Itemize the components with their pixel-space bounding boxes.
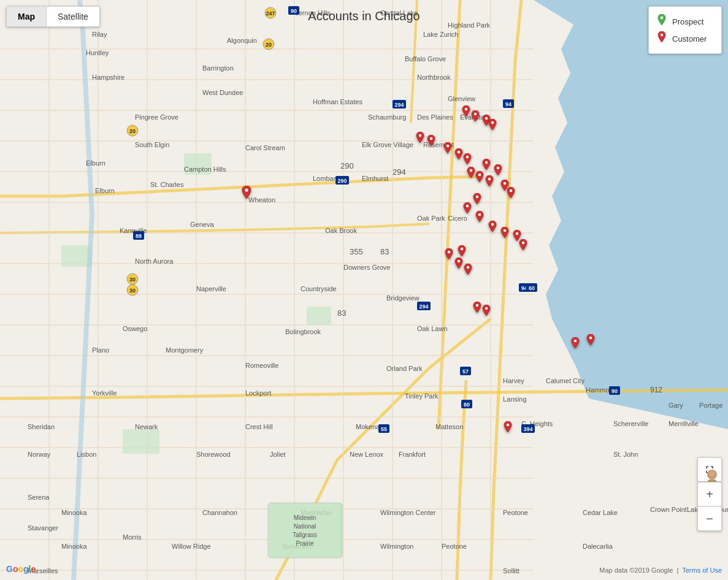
svg-text:Serena: Serena	[28, 494, 50, 501]
zoom-out-button[interactable]: −	[697, 506, 722, 531]
svg-text:Peotone: Peotone	[503, 509, 528, 516]
svg-text:Algonquin: Algonquin	[227, 37, 257, 44]
customer-marker-31[interactable]	[585, 334, 596, 351]
svg-text:30: 30	[129, 288, 136, 294]
customer-marker-19[interactable]	[474, 211, 485, 228]
svg-text:90: 90	[291, 8, 297, 14]
svg-point-196	[476, 196, 479, 199]
svg-point-194	[504, 182, 507, 185]
svg-text:West Dundee: West Dundee	[202, 89, 243, 96]
svg-text:Harvey: Harvey	[503, 377, 524, 384]
svg-text:Countryside: Countryside	[301, 285, 337, 292]
svg-text:Elburn: Elburn	[95, 187, 115, 194]
svg-text:Carol Stream: Carol Stream	[245, 144, 285, 151]
svg-text:912: 912	[650, 386, 662, 394]
customer-marker-17[interactable]	[472, 193, 483, 210]
terms-of-use-link[interactable]: Terms of Use	[682, 567, 722, 574]
svg-text:Yorkville: Yorkville	[92, 389, 117, 397]
svg-text:Wilmington Center: Wilmington Center	[380, 509, 436, 516]
map-type-map-button[interactable]: Map	[7, 7, 46, 26]
svg-text:Minooka: Minooka	[61, 543, 87, 550]
svg-text:247: 247	[266, 10, 275, 17]
customer-marker-21[interactable]	[499, 227, 510, 244]
svg-text:290: 290	[337, 178, 347, 184]
prospect-pin-icon	[656, 14, 667, 29]
customer-marker-20[interactable]	[487, 221, 498, 238]
svg-text:Willow Ridge: Willow Ridge	[172, 543, 211, 550]
customer-marker-18[interactable]	[462, 202, 473, 219]
svg-text:60: 60	[529, 285, 535, 291]
map-title: Accounts in Chicago	[308, 9, 420, 23]
svg-point-206	[467, 266, 470, 269]
map-data-text: Map data ©2019 Google	[599, 567, 673, 574]
customer-label: Customer	[672, 34, 707, 44]
svg-text:Tinley Park: Tinley Park	[405, 392, 439, 400]
customer-marker-5[interactable]	[415, 132, 426, 149]
customer-marker-7[interactable]	[442, 142, 453, 159]
svg-point-184	[419, 134, 422, 137]
svg-text:Orland Park: Orland Park	[386, 365, 423, 372]
svg-text:New Lenox: New Lenox	[350, 451, 384, 458]
svg-point-177	[709, 471, 715, 477]
svg-point-200	[504, 229, 507, 232]
svg-text:St. John: St. John	[613, 451, 638, 458]
svg-text:Mokena: Mokena	[356, 423, 380, 430]
svg-point-205	[458, 260, 461, 263]
customer-marker-33[interactable]	[240, 186, 253, 205]
svg-point-204	[448, 251, 451, 254]
svg-text:80: 80	[464, 402, 470, 408]
customer-marker-23[interactable]	[518, 239, 529, 256]
svg-text:Crown Point: Crown Point	[650, 506, 687, 513]
svg-text:Elk Grove Village: Elk Grove Village	[362, 141, 413, 148]
customer-marker-6[interactable]	[426, 135, 437, 152]
svg-text:Joliet: Joliet	[270, 451, 286, 458]
svg-text:Lansing: Lansing	[503, 395, 527, 403]
svg-point-185	[430, 137, 433, 140]
svg-text:Northbrook: Northbrook	[417, 74, 451, 81]
svg-text:Elburn: Elburn	[86, 159, 105, 167]
svg-text:Glenview: Glenview	[448, 95, 475, 102]
svg-text:Matteson: Matteson	[435, 423, 463, 430]
svg-text:Tallgrass: Tallgrass	[293, 532, 316, 538]
map-type-satellite-button[interactable]: Satellite	[47, 7, 99, 26]
svg-point-199	[491, 223, 494, 226]
svg-text:294: 294	[394, 102, 404, 108]
svg-text:Shorewood: Shorewood	[196, 451, 231, 458]
svg-point-207	[476, 304, 479, 307]
customer-marker-32[interactable]	[502, 421, 513, 438]
svg-text:Lockport: Lockport	[245, 389, 271, 397]
svg-point-209	[574, 340, 577, 343]
svg-text:Pingree Grove: Pingree Grove	[135, 113, 178, 121]
svg-text:National: National	[294, 523, 316, 530]
svg-point-189	[485, 161, 488, 164]
map-footer: Map data ©2019 Google | Terms of Use	[599, 567, 722, 574]
customer-marker-16[interactable]	[505, 187, 516, 204]
svg-text:Lombard: Lombard	[313, 175, 339, 182]
svg-text:Schererville: Schererville	[613, 420, 648, 427]
svg-point-203	[461, 248, 464, 251]
svg-point-192	[478, 174, 481, 177]
svg-text:Oak Brook: Oak Brook	[325, 227, 357, 234]
customer-marker-4[interactable]	[487, 119, 498, 136]
svg-text:Downers Grove: Downers Grove	[343, 264, 390, 271]
svg-text:Buffalo Grove: Buffalo Grove	[405, 55, 446, 63]
svg-text:Morris: Morris	[123, 533, 142, 541]
customer-marker-14[interactable]	[484, 175, 495, 193]
zoom-in-button[interactable]: +	[697, 482, 722, 506]
svg-point-202	[522, 242, 525, 245]
customer-marker-2[interactable]	[470, 110, 481, 128]
svg-text:Schaumburg: Schaumburg	[368, 113, 406, 121]
svg-text:90: 90	[611, 388, 618, 394]
svg-text:Calumet City: Calumet City	[546, 377, 584, 384]
customer-marker-29[interactable]	[481, 305, 492, 322]
customer-marker-30[interactable]	[570, 337, 581, 354]
svg-point-191	[470, 169, 473, 172]
svg-text:294: 294	[419, 303, 428, 310]
svg-text:Wilmington: Wilmington	[380, 543, 413, 550]
svg-text:Hampshire: Hampshire	[92, 74, 125, 81]
svg-text:Stavanger: Stavanger	[28, 524, 58, 532]
svg-text:Geneva: Geneva	[190, 221, 214, 228]
customer-marker-27[interactable]	[462, 264, 473, 281]
svg-point-174	[661, 34, 664, 37]
svg-point-212	[245, 188, 248, 191]
